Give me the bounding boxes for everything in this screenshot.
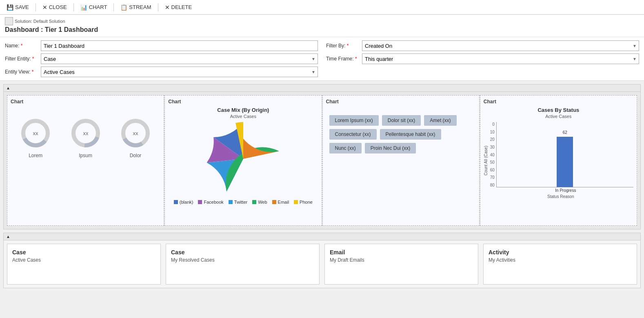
filter-entity-select-wrap: Case ▼ — [41, 53, 318, 64]
time-frame-select[interactable]: This quarter — [362, 53, 639, 64]
entity-view-row: Entity View: * Active Cases ▼ — [5, 67, 318, 77]
page-title: Dashboard : Tier 1 Dashboard — [5, 26, 639, 33]
charts-grid: Chart xx Lorem xx — [4, 92, 640, 229]
filter-entity-select[interactable]: Case — [41, 53, 318, 64]
filter-by-select-wrap: Created On ▼ — [362, 40, 639, 51]
list-card-email-draft[interactable]: Email My Draft Emails — [324, 244, 478, 285]
delete-label: DELETE — [171, 4, 192, 10]
chart-panel-3: Chart Lorem Ipsum (xx) Dolor sit (xx) Am… — [322, 95, 480, 226]
card-view-4: My Activities — [489, 257, 632, 263]
svg-text:xx: xx — [33, 130, 39, 136]
filter-by-row: Filter By: * Created On ▼ — [326, 40, 639, 51]
x-label-inprogress: In Progress — [498, 187, 633, 193]
legend-label-facebook: Facebook — [204, 200, 223, 205]
card-view-1: Active Cases — [12, 257, 155, 263]
pie-chart-svg — [207, 122, 280, 196]
chart2-title: Chart — [168, 99, 318, 105]
solution-info: Solution: Default Solution — [5, 17, 639, 25]
save-label: SAVE — [15, 4, 29, 10]
donut-ipsum: xx Ipsum — [69, 117, 102, 158]
donut-lorem: xx Lorem — [19, 117, 52, 158]
stream-button[interactable]: 📋 STREAM — [117, 3, 154, 12]
pie-legend: (blank) Facebook Twitter Web — [168, 200, 318, 205]
time-frame-row: Time Frame: * This quarter ▼ — [326, 53, 639, 64]
donut-label-1: Lorem — [29, 153, 42, 158]
separator — [158, 3, 158, 11]
list-section-header[interactable]: ▲ — [4, 233, 640, 240]
legend-color-twitter — [229, 200, 233, 204]
filter-entity-row: Filter Entity: * Case ▼ — [5, 53, 318, 64]
filter-by-label: Filter By: * — [326, 43, 359, 49]
tag-amet[interactable]: Amet (xx) — [424, 115, 456, 126]
legend-color-web — [252, 200, 256, 204]
chart-button[interactable]: 📊 CHART — [77, 3, 111, 12]
delete-button[interactable]: ✕ DELETE — [162, 3, 195, 12]
y-axis: 80 70 60 50 40 30 20 10 0 — [488, 122, 496, 187]
delete-icon: ✕ — [165, 4, 170, 11]
list-card-case-active[interactable]: Case Active Cases — [7, 244, 161, 285]
chart-panel-2: Chart Case Mix (By Origin) Active Cases — [164, 95, 322, 226]
form-area: Name: * Filter By: * Created On ▼ Filter… — [0, 37, 644, 81]
main-content: ▲ Chart xx Lorem — [0, 84, 644, 288]
tag-consectetur[interactable]: Consectetur (xx) — [329, 129, 377, 140]
card-entity-2: Case — [171, 249, 314, 256]
legend-label-email: Email — [278, 200, 289, 205]
legend-label-blank: (blank) — [180, 200, 193, 205]
stream-icon: 📋 — [120, 4, 127, 11]
collapse-icon-2: ▲ — [6, 234, 10, 239]
legend-web: Web — [252, 200, 267, 205]
donut-svg-1: xx — [19, 117, 52, 149]
solution-label: Solution: Default Solution — [15, 19, 65, 24]
legend-label-twitter: Twitter — [234, 200, 247, 205]
tag-pellentesque[interactable]: Pellentesque habit (xx) — [380, 129, 441, 140]
bar-chart-title: Cases By Status — [484, 107, 633, 113]
legend-color-phone — [294, 200, 298, 204]
chart-icon: 📊 — [80, 4, 87, 11]
donut-label-2: Ipsum — [79, 153, 92, 158]
tag-lorem-ipsum[interactable]: Lorem Ipsum (xx) — [329, 115, 379, 126]
x-labels: In Progress — [488, 187, 633, 193]
tag-dolor-sit[interactable]: Dolor sit (xx) — [382, 115, 421, 126]
list-card-case-resolved[interactable]: Case My Resolved Cases — [166, 244, 320, 285]
bar-chart-subtitle: Active Cases — [484, 114, 633, 119]
x-axis-label: Status Reason — [488, 194, 633, 199]
entity-view-select-wrap: Active Cases ▼ — [41, 67, 318, 77]
tag-nunc[interactable]: Nunc (xx) — [329, 143, 362, 153]
donut-svg-3: xx — [119, 117, 152, 149]
list-card-activity[interactable]: Activity My Activities — [483, 244, 637, 285]
filter-by-select[interactable]: Created On — [362, 40, 639, 51]
time-frame-select-wrap: This quarter ▼ — [362, 53, 639, 64]
legend-color-blank — [174, 200, 178, 204]
bar-rect — [557, 137, 573, 187]
svg-text:xx: xx — [83, 130, 89, 136]
legend-facebook: Facebook — [198, 200, 223, 205]
legend-email: Email — [272, 200, 289, 205]
chart4-title: Chart — [484, 99, 633, 105]
charts-section: ▲ Chart xx Lorem — [3, 84, 641, 229]
card-entity-1: Case — [12, 249, 155, 256]
solution-icon — [5, 17, 13, 25]
charts-section-header[interactable]: ▲ — [4, 85, 640, 92]
close-button[interactable]: ✕ CLOSE — [39, 3, 70, 12]
save-button[interactable]: 💾 SAVE — [3, 3, 32, 12]
chart-panel-4: Chart Cases By Status Active Cases Count… — [480, 95, 637, 226]
bars-area: 62 — [496, 122, 633, 187]
list-cards-grid: Case Active Cases Case My Resolved Cases… — [4, 240, 640, 288]
tag-proin[interactable]: Proin Nec Dui (xx) — [365, 143, 416, 153]
collapse-icon: ▲ — [6, 86, 10, 90]
name-input[interactable] — [41, 40, 318, 51]
legend-label-web: Web — [258, 200, 267, 205]
entity-view-label: Entity View: * — [5, 69, 38, 75]
y-axis-label: Count All (Case) — [484, 146, 488, 176]
bar-axis-container: 80 70 60 50 40 30 20 10 0 — [488, 122, 633, 187]
entity-view-select[interactable]: Active Cases — [41, 67, 318, 77]
pie-chart-container — [168, 122, 318, 196]
page-header: Solution: Default Solution Dashboard : T… — [0, 15, 644, 37]
chart-label: CHART — [89, 4, 107, 10]
name-row: Name: * — [5, 40, 318, 51]
legend-color-facebook — [198, 200, 202, 204]
time-frame-label: Time Frame: * — [326, 56, 359, 62]
bar-chart-inner: 80 70 60 50 40 30 20 10 0 — [488, 122, 633, 199]
donut-dolor: xx Dolor — [119, 117, 152, 158]
pie-subtitle: Active Cases — [168, 114, 318, 119]
